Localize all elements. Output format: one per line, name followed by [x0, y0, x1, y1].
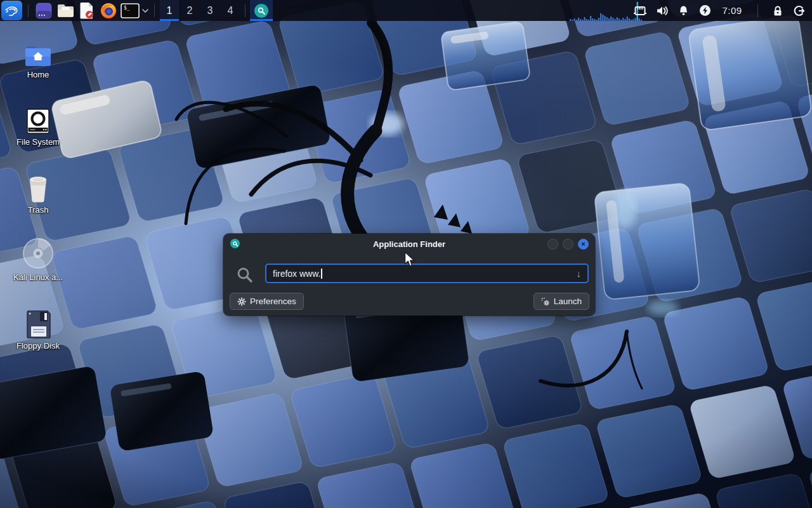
- cd-disc-icon: [8, 234, 69, 270]
- network-icon[interactable]: [634, 4, 646, 17]
- firefox-icon: [100, 3, 117, 19]
- desktop: { "panel": { "workspaces": ["1", "2", "3…: [0, 0, 812, 508]
- desktop-icon-label: File System: [8, 137, 69, 147]
- search-input[interactable]: firefox www. ↓: [265, 264, 589, 283]
- preferences-button[interactable]: Preferences: [230, 293, 304, 310]
- launcher-firefox-browser[interactable]: [98, 0, 119, 21]
- home-folder-icon: [8, 32, 69, 67]
- file-manager-icon: [57, 3, 74, 18]
- window-title: Application Finder: [223, 239, 595, 249]
- desktop-icon-trash[interactable]: Trash: [8, 167, 69, 215]
- terminal-icon: $_: [121, 3, 140, 18]
- top-panel: $_ 1 2 3 4: [0, 0, 812, 21]
- power-manager-icon[interactable]: [698, 4, 711, 17]
- launch-button[interactable]: Launch: [534, 293, 589, 310]
- desktop-icon-label: Floppy Disk: [8, 341, 69, 351]
- maximize-button[interactable]: [563, 239, 573, 250]
- svg-text:$_: $_: [124, 5, 130, 11]
- clock[interactable]: 7:09: [720, 5, 744, 16]
- workspace-button-4[interactable]: 4: [221, 0, 240, 21]
- dropdown-arrow-icon[interactable]: ↓: [577, 268, 582, 279]
- panel-separator: [28, 4, 29, 17]
- mouse-cursor: [404, 251, 417, 268]
- application-finder-icon: [254, 4, 268, 18]
- text-editor-icon: [79, 2, 95, 19]
- panel-separator: [757, 4, 758, 17]
- launch-label: Launch: [554, 297, 582, 306]
- desktop-icon-home[interactable]: Home: [8, 32, 69, 80]
- launcher-terminal[interactable]: $_: [119, 0, 141, 21]
- trash-bin-icon: [8, 167, 69, 203]
- hard-drive-icon: [8, 99, 69, 135]
- preferences-label: Preferences: [250, 297, 296, 306]
- desktop-icon-floppy-disk[interactable]: Floppy Disk: [8, 303, 69, 351]
- kali-logo-icon: [4, 3, 20, 18]
- terminal-dropdown-chevron[interactable]: [141, 0, 150, 21]
- volume-icon[interactable]: [655, 4, 668, 17]
- logout-icon[interactable]: [793, 4, 806, 17]
- application-finder-window: Application Finder × firefox www. ↓: [223, 234, 595, 316]
- desktop-icon-label: Kali Linux a...: [8, 272, 69, 283]
- run-gear-icon: [541, 297, 550, 306]
- search-icon: [236, 266, 254, 286]
- launcher-file-manager[interactable]: [55, 0, 76, 21]
- minimize-button[interactable]: [547, 239, 558, 250]
- launcher-text-editor[interactable]: [76, 0, 98, 21]
- search-query-text: firefox www.: [273, 269, 320, 279]
- gear-icon: [237, 297, 246, 306]
- desktop-icon-kali-linux[interactable]: Kali Linux a...: [8, 234, 69, 283]
- desktop-icon-label: Trash: [8, 205, 69, 215]
- panel-separator: [245, 4, 246, 17]
- desktop-icon-label: Home: [8, 70, 69, 80]
- launcher-window-app[interactable]: [33, 0, 55, 21]
- panel-separator: [154, 4, 155, 17]
- desktop-icon-file-system[interactable]: File System: [8, 99, 69, 147]
- workspace-button-3[interactable]: 3: [200, 0, 219, 21]
- close-button[interactable]: ×: [578, 239, 589, 250]
- notifications-bell-icon[interactable]: [677, 4, 690, 17]
- text-caret: [321, 269, 322, 279]
- workspace-button-1[interactable]: 1: [160, 0, 179, 21]
- window-app-icon: [36, 3, 52, 19]
- applications-menu-button[interactable]: [1, 1, 22, 20]
- workspace-button-2[interactable]: 2: [180, 0, 199, 21]
- taskbar-application-finder[interactable]: [250, 0, 273, 21]
- lock-screen-icon[interactable]: [771, 4, 784, 17]
- floppy-disk-icon: [8, 303, 69, 338]
- chevron-down-icon: [142, 9, 148, 13]
